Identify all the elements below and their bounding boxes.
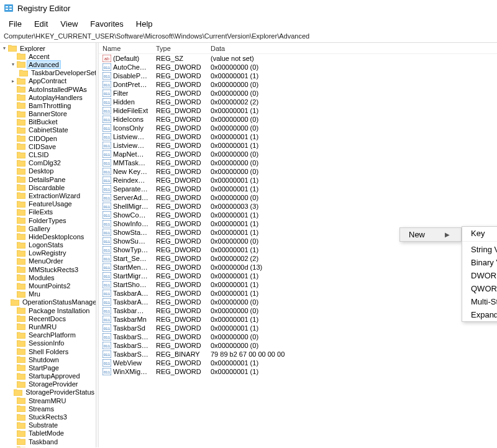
ctx-string-value[interactable]: String Value [462,243,497,256]
ctx-expsz-value[interactable]: Expandable String Value [462,308,497,321]
menu-help[interactable]: Help [130,18,159,30]
tree-item[interactable]: TWinUI [0,446,96,447]
col-type[interactable]: Type [152,45,207,52]
titlebar[interactable]: Registry Editor [0,0,497,16]
value-row[interactable]: 011ServerAdminUIREG_DWORD0x00000000 (0) [99,193,497,202]
tree-item[interactable]: StorageProviderStatus [0,388,96,396]
tree-item[interactable]: Streams [0,405,96,413]
value-row[interactable]: 011DontPrettyPathREG_DWORD0x00000000 (0) [99,80,497,89]
context-submenu-new[interactable]: Key String Value Binary Value DWORD (32-… [462,226,497,322]
tree-item[interactable]: ComDlg32 [0,159,96,167]
tree-item[interactable]: RecentDocs [0,314,96,322]
value-row[interactable]: 011TaskbarMnREG_DWORD0x00000001 (1) [99,315,497,324]
value-row[interactable]: 011AutoCheckSelectREG_DWORD0x00000000 (0… [99,63,497,71]
value-row[interactable]: 011TaskbarStateLast...REG_BINARY79 89 b2… [99,350,497,359]
tree-item[interactable]: SearchPlatform [0,331,96,339]
tree-item[interactable]: TaskbarDeveloperSettings [0,69,96,77]
tree-item[interactable]: Shell Folders [0,347,96,355]
value-row[interactable]: 011TaskbarSmallIconsREG_DWORD0x00000000 … [99,341,497,350]
tree-item[interactable]: BannerStore [0,110,96,118]
value-row[interactable]: 011HiddenREG_DWORD0x00000002 (2) [99,98,497,106]
tree-item[interactable]: Substrate [0,421,96,429]
value-row[interactable]: 011TaskbarGlomLevelREG_DWORD0x00000000 (… [99,306,497,315]
tree-item[interactable]: RunMRU [0,322,96,331]
value-row[interactable]: 011TaskbarSdREG_DWORD0x00000001 (1) [99,324,497,332]
value-row[interactable]: 011IconsOnlyREG_DWORD0x00000000 (0) [99,124,497,132]
ctx-multisz-value[interactable]: Multi-String Value [462,295,497,308]
tree-item[interactable]: StreamMRU [0,396,96,405]
ctx-new[interactable]: New ▶ [400,228,461,241]
tree-item[interactable]: AutoplayHandlers [0,93,96,101]
ctx-dword-value[interactable]: DWORD (32-bit) Value [462,269,497,282]
value-row[interactable]: 011TaskbarAnimati...REG_DWORD0x00000001 … [99,289,497,298]
tree-item[interactable]: StartupApproved [0,372,96,380]
value-row[interactable]: 011Start_SearchFilesREG_DWORD0x00000002 … [99,254,497,263]
collapse-icon[interactable]: ▾ [1,45,7,52]
value-row[interactable]: 011SeparateProcessREG_DWORD0x00000001 (1… [99,185,497,193]
expand-icon[interactable]: ▸ [10,78,16,84]
value-row[interactable]: 011StartMigratedBr...REG_DWORD0x00000001… [99,272,497,280]
tree-item[interactable]: ▸AppContract [0,77,96,85]
menu-favorites[interactable]: Favorites [84,18,129,30]
tree-item[interactable]: ▾Advanced [0,60,96,68]
tree-item[interactable]: Shutdown [0,355,96,363]
ctx-key[interactable]: Key [462,227,497,240]
value-row[interactable]: 011ShowTypeOverlayREG_DWORD0x00000001 (1… [99,245,497,254]
tree-item[interactable]: MenuOrder [0,257,96,265]
list-header[interactable]: Name Type Data [99,43,497,54]
value-row[interactable]: 011TaskbarSizeMoveREG_DWORD0x00000000 (0… [99,332,497,341]
tree-item[interactable]: DetailsPane [0,175,96,183]
tree-item[interactable]: HideDesktopIcons [0,232,96,240]
tree-item[interactable]: TabletMode [0,429,96,437]
value-row[interactable]: 011WebViewREG_DWORD0x00000001 (1) [99,359,497,367]
tree-item[interactable]: LogonStats [0,241,96,249]
tree-item[interactable]: StartPage [0,363,96,372]
value-list[interactable]: Name Type Data ab(Default)REG_SZ(value n… [99,43,497,447]
tree-item[interactable]: FeatureUsage [0,200,96,208]
tree-item[interactable]: ExtractionWizard [0,191,96,199]
tree-item[interactable]: LowRegistry [0,249,96,257]
tree-item[interactable]: FileExts [0,208,96,216]
value-row[interactable]: 011MapNetDrvBtnREG_DWORD0x00000000 (0) [99,150,497,158]
value-row[interactable]: 011DisablePreviewD...REG_DWORD0x00000001… [99,71,497,80]
tree-item[interactable]: CabinetState [0,126,96,134]
col-name[interactable]: Name [99,45,152,52]
tree-item[interactable]: BitBucket [0,118,96,126]
tree-item[interactable]: OperationStatusManager [0,298,96,306]
value-row[interactable]: 011HideFileExtREG_DWORD0x00000001 (1) [99,106,497,115]
tree-item[interactable]: Mru [0,290,96,298]
tree-item[interactable]: Desktop [0,167,96,175]
tree-item[interactable]: Accent [0,52,96,60]
tree-item[interactable]: StorageProvider [0,380,96,388]
tree-item[interactable]: Package Installation [0,306,96,314]
value-row[interactable]: 011FilterREG_DWORD0x00000000 (0) [99,89,497,98]
value-row[interactable]: ab(Default)REG_SZ(value not set) [99,54,497,63]
collapse-icon[interactable]: ▾ [10,62,16,68]
value-row[interactable]: 011WinXMigrationL...REG_DWORD0x00000001 … [99,367,497,376]
tree-item[interactable]: FolderTypes [0,216,96,224]
address-bar[interactable]: Computer\HKEY_CURRENT_USER\Software\Micr… [0,31,497,43]
tree-item[interactable]: Taskband [0,437,96,446]
menu-view[interactable]: View [54,18,84,30]
tree-item[interactable]: CIDSave [0,142,96,150]
tree-item[interactable]: StuckRects3 [0,413,96,421]
value-row[interactable]: 011MMTaskbarGlo...REG_DWORD0x00000000 (0… [99,158,497,167]
value-row[interactable]: 011ListviewShadowREG_DWORD0x00000001 (1) [99,141,497,150]
tree-item[interactable]: BamThrottling [0,101,96,109]
value-row[interactable]: 011StartShownOnU...REG_DWORD0x00000001 (… [99,280,497,289]
value-row[interactable]: 011ListviewAlphaSe...REG_DWORD0x00000001… [99,132,497,141]
value-row[interactable]: 011ShellMigrationL...REG_DWORD0x00000003… [99,202,497,211]
tree-item[interactable]: Gallery [0,224,96,232]
value-row[interactable]: 011HideIconsREG_DWORD0x00000000 (0) [99,115,497,124]
value-row[interactable]: 011StartMenuInitREG_DWORD0x0000000d (13) [99,263,497,272]
value-row[interactable]: 011TaskbarAutoHid...REG_DWORD0x00000000 … [99,298,497,306]
value-row[interactable]: 011ReindexedProfileREG_DWORD0x00000001 (… [99,176,497,185]
col-data[interactable]: Data [207,45,497,52]
menu-edit[interactable]: Edit [28,18,54,30]
ctx-binary-value[interactable]: Binary Value [462,256,497,269]
context-menu-new[interactable]: New ▶ [399,227,462,242]
tree-item[interactable]: AutoInstalledPWAs [0,85,96,93]
tree-item[interactable]: Discardable [0,183,96,191]
key-tree[interactable]: ▾ExplorerAccent▾AdvancedTaskbarDeveloper… [0,43,96,447]
menu-file[interactable]: File [2,18,28,30]
